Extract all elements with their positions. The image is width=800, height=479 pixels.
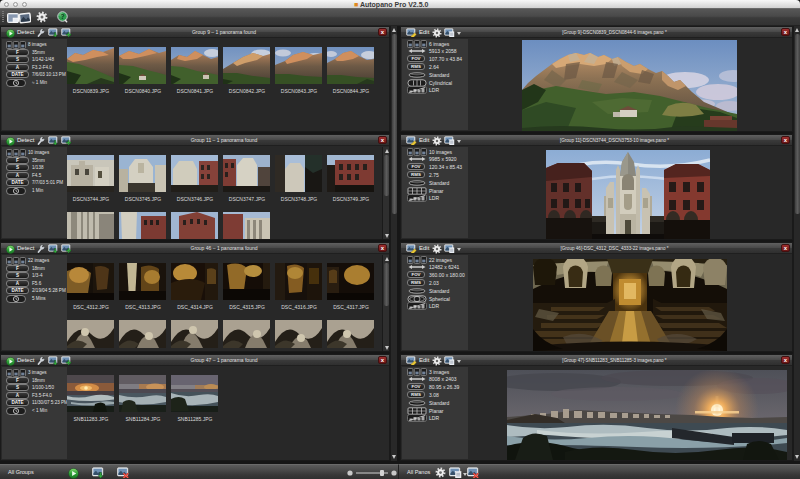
svg-text:?: ? [61,13,65,20]
